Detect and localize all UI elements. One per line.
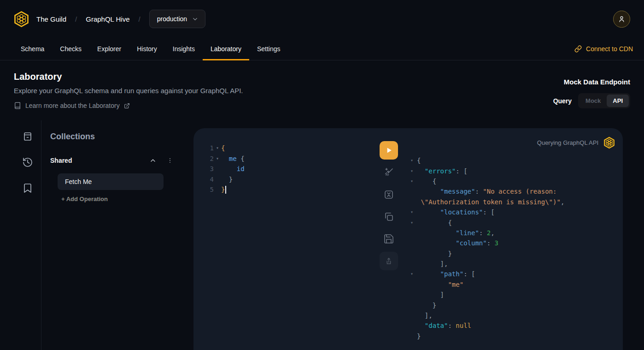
response-line: \"Authorization token is missing\")", [408,197,564,207]
prettify-button[interactable] [383,167,394,178]
merge-icon [383,189,394,200]
page-header: Laboratory Explore your GraphQL schema a… [0,60,644,120]
add-operation-button[interactable]: + Add Operation [61,196,108,202]
tab-settings[interactable]: Settings [249,38,288,60]
response-code: "column": 3 [417,239,498,247]
fold-arrow-icon[interactable]: ▾ [408,179,417,184]
copy-query-button[interactable] [383,211,394,222]
response-viewer: ▾{▾ "errors": [▾ { "message": "No access… [408,155,564,341]
history-icon[interactable] [22,157,33,168]
link-icon [574,45,582,53]
learn-more-link[interactable]: Learn more about the Laboratory [14,102,243,109]
response-line: } [408,249,564,259]
breadcrumb-org[interactable]: The Guild [36,15,66,23]
target-selector-value: production [157,15,187,23]
connect-to-cdn-link[interactable]: Connect to CDN [574,38,633,60]
response-code: ] [417,291,444,298]
response-code: ], [417,260,448,267]
response-code: "line": 2, [417,229,495,237]
page-description: Explore your GraphQL schema and run quer… [14,86,243,95]
editor-code: } [221,186,226,194]
collections-panel: Collections Shared Fetch Me + Add Operat… [42,120,193,350]
editor-line[interactable]: 4 } [193,174,245,185]
response-code: } [417,302,436,309]
fold-arrow-icon[interactable]: ▾ [408,169,417,173]
line-number: 4 [193,176,214,183]
collection-group-name: Shared [50,157,72,164]
query-label: Query [553,97,572,105]
fold-arrow-icon[interactable]: ▾ [408,210,417,214]
breadcrumb-separator: / [139,15,141,23]
response-line: ], [408,259,564,269]
response-code: "errors": [ [417,167,468,175]
breadcrumb: The Guild / GraphQL Hive / production [36,10,205,28]
user-avatar-button[interactable] [613,11,630,28]
response-line: } [408,331,564,341]
kebab-menu-icon[interactable] [167,157,173,164]
tab-laboratory[interactable]: Laboratory [203,38,249,60]
external-link-icon [124,103,130,109]
endpoint-toggle-row: Query Mock API [553,93,630,108]
response-header: Querying GraphQL API [537,136,615,149]
line-number: 1 [193,144,214,152]
line-number: 3 [193,165,214,172]
toggle-option-api[interactable]: API [607,95,629,107]
share-upload-icon [384,256,394,266]
response-code: ], [417,312,433,319]
editor-code: id [221,165,245,172]
editor-line[interactable]: 2▾ me { [193,154,245,164]
response-line: "column": 3 [408,238,564,248]
response-code: { [417,157,421,164]
fold-arrow-icon[interactable]: ▾ [408,158,417,163]
bookmarks-icon[interactable] [22,183,33,194]
top-header: The Guild / GraphQL Hive / production [0,0,644,38]
operation-item-fetch-me[interactable]: Fetch Me [58,173,164,190]
response-code: "message": "No access (reason: [417,188,556,195]
execute-query-button[interactable] [380,141,398,160]
tab-history[interactable]: History [129,38,165,60]
endpoint-status-label: Querying GraphQL API [537,139,598,146]
mock-endpoint-title: Mock Data Endpoint [553,77,630,87]
chevron-up-icon[interactable] [149,157,157,164]
response-line: ▾{ [408,155,564,166]
hive-logo-icon[interactable] [13,11,30,28]
response-line: } [408,300,564,310]
cdn-link-label: Connect to CDN [586,45,633,53]
response-code: \"Authorization token is missing\")", [417,198,564,206]
docs-collection-icon[interactable] [22,131,33,142]
tab-schema[interactable]: Schema [13,38,52,60]
learn-more-label: Learn more about the Laboratory [25,102,120,109]
editor-line[interactable]: 1▾{ [193,143,245,154]
save-operation-button[interactable] [383,233,394,244]
prettify-sparkle-icon [383,167,394,178]
collection-group-header[interactable]: Shared [50,155,193,166]
response-code: } [417,250,452,257]
query-editor[interactable]: 1▾{2▾ me {3 id4 }5} [193,143,245,195]
tabs: Schema Checks Explorer History Insights … [13,38,288,60]
editor-code: me { [221,155,245,162]
editor-line[interactable]: 3 id [193,164,245,174]
tab-checks[interactable]: Checks [52,38,89,60]
breadcrumb-project[interactable]: GraphQL Hive [86,15,129,23]
share-operation-button[interactable] [380,252,398,270]
fold-arrow-icon[interactable]: ▾ [408,272,417,276]
fold-arrow-icon[interactable]: ▾ [214,156,221,161]
toggle-option-mock[interactable]: Mock [580,95,607,107]
page-title: Laboratory [14,71,243,83]
tab-explorer[interactable]: Explorer [89,38,129,60]
chevron-down-icon [192,16,199,23]
merge-fragments-button[interactable] [383,189,394,200]
text-cursor [225,186,226,194]
response-line: ] [408,290,564,300]
line-number: 5 [193,186,214,193]
person-icon [617,15,626,24]
tab-insights[interactable]: Insights [165,38,203,60]
response-line: "message": "No access (reason: [408,186,564,196]
target-selector-dropdown[interactable]: production [149,10,205,28]
fold-arrow-icon[interactable]: ▾ [214,146,221,150]
response-code: { [417,219,452,226]
editor-line[interactable]: 5} [193,184,245,195]
response-code: "data": null [417,322,471,329]
copy-icon [383,211,394,222]
fold-arrow-icon[interactable]: ▾ [408,220,417,225]
